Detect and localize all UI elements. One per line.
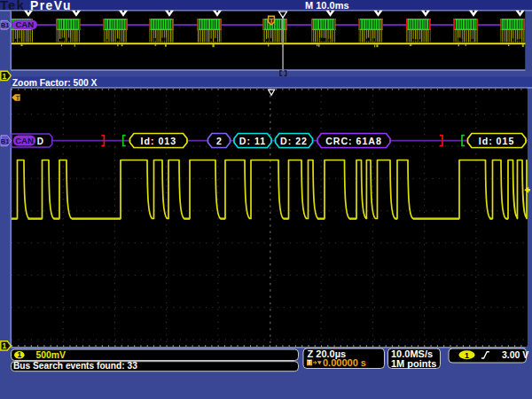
svg-text:500mV: 500mV	[36, 350, 66, 360]
svg-text:D: D	[37, 137, 43, 146]
svg-text:Tek: Tek	[0, 0, 25, 12]
svg-text:D: 22: D: 22	[280, 136, 308, 146]
svg-text:B1: B1	[1, 21, 10, 29]
svg-text:3.00 V: 3.00 V	[502, 349, 528, 360]
svg-text:B1: B1	[1, 137, 10, 145]
svg-text:Bus Search events found: 33: Bus Search events found: 33	[13, 361, 137, 371]
svg-text:0.00000 s: 0.00000 s	[323, 357, 366, 368]
svg-text:1: 1	[465, 351, 469, 360]
svg-text:PreVu: PreVu	[30, 0, 72, 12]
svg-text:CAN: CAN	[15, 136, 34, 145]
svg-text:D: 11: D: 11	[239, 136, 266, 146]
svg-text:Zoom Factor: 500 X: Zoom Factor: 500 X	[12, 78, 98, 88]
svg-text:T: T	[16, 95, 20, 101]
svg-text:CRC: 61A8: CRC: 61A8	[325, 136, 382, 146]
svg-text:CAN: CAN	[16, 20, 35, 29]
svg-text:2: 2	[216, 136, 222, 146]
svg-text:T: T	[308, 359, 311, 365]
svg-text:1: 1	[2, 72, 6, 81]
svg-text:1: 1	[17, 350, 21, 359]
svg-text:M 10.0ms: M 10.0ms	[305, 0, 349, 11]
svg-text:Id: 013: Id: 013	[141, 136, 177, 146]
svg-text:1: 1	[2, 341, 6, 350]
svg-text:Id: 015: Id: 015	[479, 136, 515, 146]
svg-text:T: T	[270, 17, 274, 25]
svg-text:1M points: 1M points	[391, 358, 436, 369]
